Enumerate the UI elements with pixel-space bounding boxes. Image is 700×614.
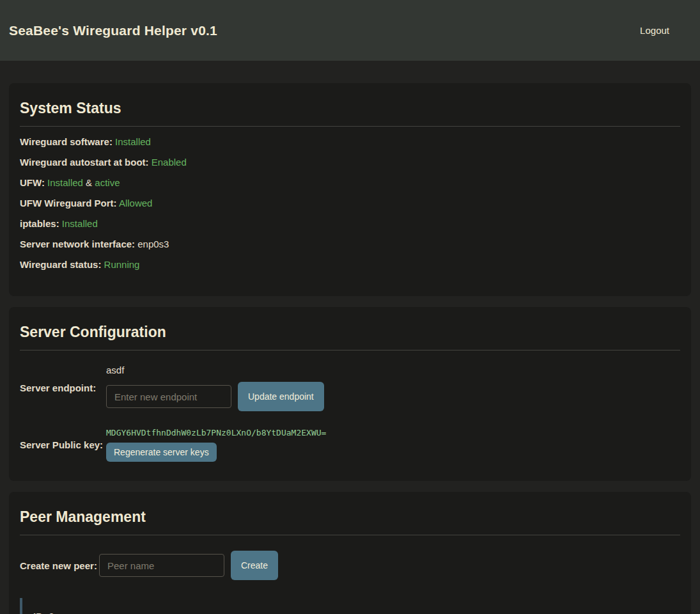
status-value: active (95, 177, 120, 188)
status-label: Wireguard autostart at boot: (20, 157, 149, 168)
status-row-wireguard-status: Wireguard status: Running (20, 259, 680, 270)
system-status-title: System Status (20, 96, 680, 127)
regenerate-server-keys-button[interactable]: Regenerate server keys (106, 443, 217, 462)
endpoint-input[interactable] (106, 385, 231, 408)
create-peer-button[interactable]: Create (231, 551, 278, 580)
peer-id-line: ID: 2 (33, 611, 669, 614)
peer-name-input[interactable] (99, 554, 224, 577)
status-value: Enabled (152, 157, 187, 168)
status-value: enp0s3 (137, 239, 169, 249)
status-value: Installed (47, 177, 83, 188)
server-public-key-label: Server Public key: (20, 439, 106, 450)
status-label: UFW Wireguard Port: (20, 198, 117, 209)
status-value: Installed (115, 136, 151, 147)
server-public-key-row: Server Public key: MDGY6HVDtfhnDdhW0zLb7… (20, 428, 680, 462)
peer-management-card: Peer Management Create new peer: Create … (9, 492, 691, 614)
create-peer-row: Create new peer: Create (20, 551, 680, 580)
system-status-card: System Status Wireguard software: Instal… (9, 83, 691, 296)
server-public-key-value: MDGY6HVDtfhnDdhW0zLb7PNz0LXnO/b8YtDUaM2E… (106, 428, 326, 437)
status-value: Allowed (119, 198, 153, 209)
status-row-autostart: Wireguard autostart at boot: Enabled (20, 157, 680, 168)
server-config-card: Server Configuration Server endpoint: as… (9, 307, 691, 481)
app-title: SeaBee's Wireguard Helper v0.1 (9, 23, 217, 38)
peer-id-value: 2 (49, 611, 54, 614)
status-row-network-interface: Server network interface: enp0s3 (20, 239, 680, 249)
app-header: SeaBee's Wireguard Helper v0.1 Logout (0, 0, 700, 61)
create-peer-label: Create new peer: (20, 560, 99, 571)
status-value-separator: & (86, 177, 92, 188)
status-row-ufw: UFW: Installed & active (20, 177, 680, 188)
status-row-iptables: iptables: Installed (20, 218, 680, 229)
server-endpoint-label: Server endpoint: (20, 382, 106, 393)
peer-management-title: Peer Management (20, 505, 680, 535)
server-endpoint-body: asdf Update endpoint (106, 365, 324, 411)
status-label: iptables: (20, 218, 59, 229)
logout-link[interactable]: Logout (640, 25, 669, 36)
server-config-title: Server Configuration (20, 320, 680, 350)
status-value: Running (104, 259, 140, 270)
status-row-ufw-port: UFW Wireguard Port: Allowed (20, 198, 680, 209)
status-row-wireguard-software: Wireguard software: Installed (20, 136, 680, 147)
peer-item: ID: 2 Name: asdf Public Key: ckyOHj5Bk87… (20, 598, 680, 614)
server-public-key-body: MDGY6HVDtfhnDdhW0zLb7PNz0LXnO/b8YtDUaM2E… (106, 428, 326, 462)
status-label: Wireguard software: (20, 136, 113, 147)
status-label: UFW: (20, 177, 45, 188)
update-endpoint-button[interactable]: Update endpoint (238, 382, 324, 411)
status-label: Server network interface: (20, 239, 135, 249)
status-value: Installed (62, 218, 98, 229)
server-endpoint-row: Server endpoint: asdf Update endpoint (20, 365, 680, 411)
main-content: System Status Wireguard software: Instal… (0, 61, 700, 614)
peer-id-label: ID: (33, 611, 46, 614)
status-label: Wireguard status: (20, 259, 101, 270)
server-endpoint-current-value: asdf (106, 365, 324, 375)
